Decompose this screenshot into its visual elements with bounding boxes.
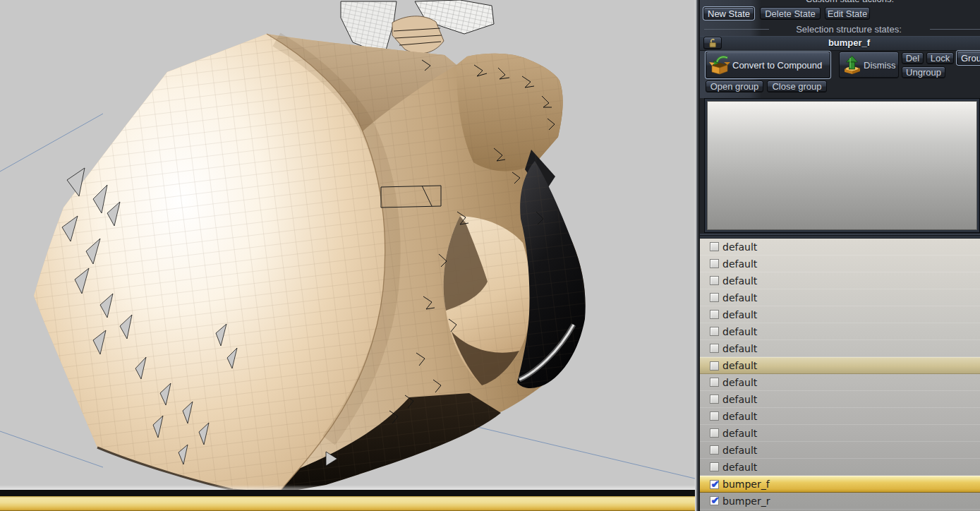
item-label: default [722, 445, 757, 456]
item-checkbox[interactable] [710, 462, 719, 471]
list-item[interactable]: default [700, 442, 980, 459]
list-item[interactable]: default [700, 374, 980, 391]
list-item[interactable]: default [700, 391, 980, 408]
convert-to-compound-button[interactable]: Convert to Compound [706, 52, 830, 78]
gradient-preview [707, 101, 977, 230]
item-checkbox[interactable] [710, 428, 719, 438]
list-item[interactable]: default [700, 239, 980, 256]
item-label: default [722, 326, 757, 337]
list-item[interactable]: default [700, 425, 980, 442]
item-checkbox[interactable] [710, 480, 719, 489]
item-checkbox[interactable] [710, 496, 719, 505]
item-label: default [722, 343, 757, 354]
group-button[interactable]: Group [957, 51, 980, 65]
horizontal-splitter[interactable] [700, 233, 980, 239]
open-group-label: Open group [710, 81, 759, 92]
item-label: default [722, 377, 757, 388]
item-label: default [722, 258, 757, 270]
lock-button[interactable]: Lock [926, 52, 954, 64]
item-label: default [722, 309, 757, 320]
item-label: default [722, 275, 757, 287]
item-label: default [722, 428, 757, 439]
item-checkbox[interactable] [710, 445, 719, 455]
item-checkbox[interactable] [710, 327, 719, 336]
close-group-label: Close group [772, 81, 821, 92]
item-label: bumper_r [722, 495, 770, 507]
item-label: default [722, 360, 757, 371]
list-item[interactable]: default [700, 459, 980, 476]
box-convert-icon [709, 55, 730, 75]
new-state-label: New State [708, 8, 750, 19]
list-item[interactable]: default [700, 289, 980, 306]
delete-state-label: Delete State [765, 8, 816, 19]
list-item[interactable]: bumper_r [700, 493, 980, 510]
lock-label: Lock [931, 53, 950, 64]
group-label: Group [961, 53, 980, 64]
edit-state-button[interactable]: Edit State [825, 7, 870, 20]
new-state-button[interactable]: New State [703, 7, 754, 20]
item-label: default [722, 394, 757, 405]
list-item[interactable]: default [700, 306, 980, 323]
list-item[interactable]: default [700, 408, 980, 425]
list-item[interactable]: default [700, 340, 980, 357]
structure-state-list: default default default default default [700, 239, 980, 511]
ungroup-button[interactable]: Ungroup [902, 66, 945, 78]
item-label: default [722, 411, 757, 422]
item-label: default [722, 292, 757, 303]
box-up-arrow-icon [842, 55, 861, 75]
del-label: Del [906, 53, 920, 64]
item-checkbox[interactable] [710, 395, 719, 404]
item-checkbox[interactable] [710, 378, 719, 387]
del-button[interactable]: Del [902, 52, 924, 64]
convert-to-compound-label: Convert to Compound [732, 60, 822, 71]
edit-state-label: Edit State [828, 8, 867, 19]
item-checkbox[interactable] [710, 276, 719, 285]
viewport-canvas[interactable] [0, 0, 695, 490]
item-label: bumper_f [722, 479, 770, 490]
custom-state-actions-label: Custom state actions: [700, 0, 980, 4]
item-checkbox[interactable] [710, 259, 719, 268]
selection-name: bumper_f [700, 37, 980, 48]
list-item[interactable]: bumper_f [700, 476, 980, 493]
dismiss-button[interactable]: Dismiss [839, 52, 899, 78]
section-label: Selection structure states: [770, 24, 927, 35]
item-label: default [722, 462, 757, 473]
open-group-button[interactable]: Open group [706, 80, 763, 92]
item-label: default [722, 241, 757, 253]
dismiss-label: Dismiss [864, 60, 896, 71]
app-window: { "viewport": { "background_color": "#c8… [0, 0, 980, 511]
item-checkbox[interactable] [710, 242, 719, 251]
item-checkbox[interactable] [710, 344, 719, 353]
section-divider-right [930, 29, 980, 30]
list-item[interactable]: default [700, 272, 980, 289]
item-checkbox[interactable] [710, 411, 719, 421]
delete-state-button[interactable]: Delete State [760, 7, 821, 20]
3d-viewport[interactable] [0, 0, 695, 511]
ungroup-label: Ungroup [906, 67, 941, 78]
bumper-model-render [0, 0, 695, 490]
item-checkbox[interactable] [710, 310, 719, 319]
section-divider-left [704, 29, 769, 30]
list-item[interactable]: default [700, 323, 980, 340]
item-checkbox[interactable] [710, 293, 719, 302]
bumper-model [34, 34, 586, 490]
viewport-bottom-gold-bar[interactable] [0, 496, 695, 511]
list-item[interactable]: default [700, 357, 980, 374]
close-group-button[interactable]: Close group [767, 80, 827, 92]
list-item[interactable]: default [700, 256, 980, 272]
state-panel: Custom state actions: New State Delete S… [700, 0, 980, 511]
viewport-bottom-dark-strip [0, 490, 695, 496]
gradient-preview-frame [704, 98, 980, 233]
item-checkbox[interactable] [710, 361, 719, 371]
panel-splitter[interactable] [695, 0, 700, 511]
